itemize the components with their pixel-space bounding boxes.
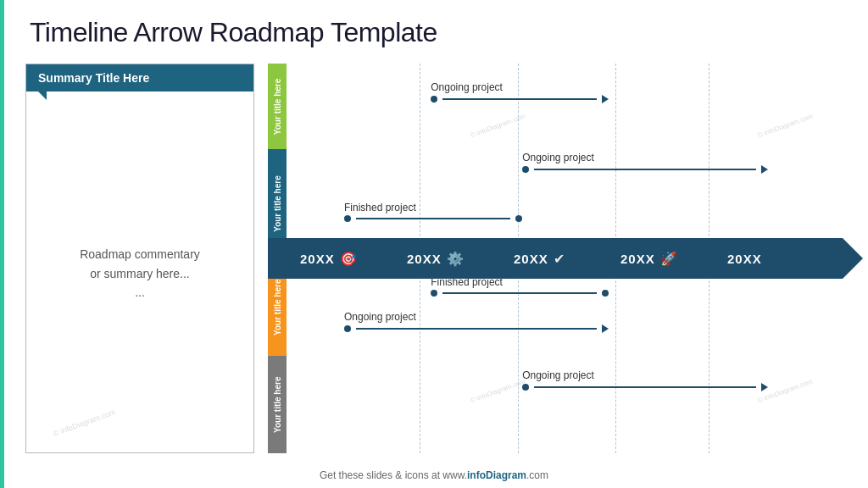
project-row-3: Finished project	[344, 215, 522, 222]
project-dot-1	[431, 96, 437, 103]
project-dot-3-end	[515, 215, 522, 222]
project-line-3	[356, 218, 510, 219]
accent-bar	[0, 0, 4, 488]
project-label-1: Ongoing project	[431, 81, 503, 93]
arrow-bar: 20XX 🎯 20XX ⚙️ 20XX ✔ 20XX	[268, 238, 843, 279]
project-arrow-6	[761, 383, 768, 391]
project-line-4	[442, 292, 597, 294]
left-panel-body: Roadmap commentary or summary here... ..…	[26, 92, 253, 447]
gear-icon: ⚙️	[447, 251, 464, 267]
project-line-1	[442, 98, 597, 100]
footer-text-2: .com	[526, 469, 548, 481]
year-label-5: 20XX	[727, 252, 762, 266]
project-dot-6	[522, 384, 529, 391]
label-box-4-text: Your title here	[268, 356, 287, 453]
project-line-2	[534, 169, 756, 170]
year-label-2: 20XX	[407, 252, 442, 266]
project-line-5	[356, 328, 597, 330]
project-line-6	[534, 386, 756, 388]
project-label-2: Ongoing project	[522, 152, 594, 164]
year-item-3: 20XX ✔	[514, 251, 620, 267]
project-dot-2	[522, 166, 529, 173]
project-row-2: Ongoing project	[522, 165, 768, 174]
year-item-1: 20XX 🎯	[300, 251, 407, 267]
label-box-4: Your title here	[268, 356, 287, 453]
project-arrow-5	[602, 324, 609, 333]
project-dot-4	[431, 290, 437, 297]
year-item-2: 20XX ⚙️	[407, 251, 514, 267]
right-panel: Your title here Your title here Your tit…	[268, 64, 843, 453]
footer-text-1: Get these slides & icons at www.	[320, 469, 467, 481]
year-label-3: 20XX	[514, 252, 548, 266]
roadmap-summary-text: Roadmap commentary or summary here... ..…	[80, 245, 200, 302]
timeline-container: Your title here Your title here Your tit…	[268, 64, 843, 453]
project-arrow-2	[761, 165, 768, 174]
project-dot-3	[344, 215, 351, 222]
rocket-icon: 🚀	[660, 251, 677, 267]
target-icon: 🎯	[340, 251, 357, 267]
year-item-5: 20XX	[727, 252, 834, 266]
project-label-6: Ongoing project	[522, 369, 594, 381]
arrow-content: 20XX 🎯 20XX ⚙️ 20XX ✔ 20XX	[268, 251, 843, 267]
project-row-1: Ongoing project	[431, 95, 609, 103]
project-label-3: Finished project	[344, 202, 416, 214]
project-label-5: Ongoing project	[344, 311, 416, 323]
year-item-4: 20XX 🚀	[620, 251, 727, 267]
project-dot-4-end	[602, 290, 609, 297]
label-box-1: Your title here	[268, 64, 287, 149]
project-row-6: Ongoing project	[522, 383, 768, 391]
year-label-4: 20XX	[620, 252, 655, 266]
project-arrow-1	[602, 95, 609, 103]
summary-title: Summary Title Here	[38, 71, 149, 85]
label-box-1-text: Your title here	[268, 64, 287, 149]
left-panel: Summary Title Here Roadmap commentary or…	[25, 64, 254, 453]
project-row-4: Finished project	[431, 290, 609, 297]
footer-brand-link[interactable]: infoDiagram	[467, 469, 526, 481]
main-content: Summary Title Here Roadmap commentary or…	[25, 64, 843, 453]
left-panel-header: Summary Title Here	[26, 64, 253, 92]
footer: Get these slides & icons at www.infoDiag…	[0, 469, 868, 481]
project-dot-5	[344, 325, 351, 332]
page: Timeline Arrow Roadmap Template Summary …	[0, 0, 868, 488]
project-row-5: Ongoing project	[344, 324, 609, 333]
year-label-1: 20XX	[300, 252, 335, 266]
check-icon: ✔	[554, 251, 565, 267]
page-title: Timeline Arrow Roadmap Template	[30, 17, 843, 48]
